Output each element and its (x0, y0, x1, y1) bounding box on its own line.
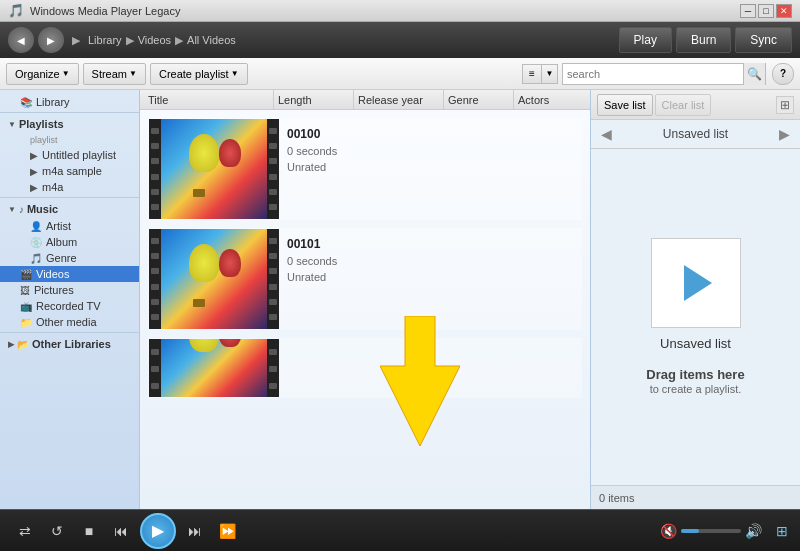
drag-hint: Drag items here to create a playlist. (646, 367, 744, 396)
sidebar-item-recorded-tv[interactable]: 📺 Recorded TV (0, 298, 139, 314)
content-area: Title Length Release year Genre Actors (140, 90, 590, 509)
sidebar-item-playlists-sub[interactable]: playlist (0, 133, 139, 147)
right-panel-nav: ◀ Unsaved list ▶ (591, 120, 800, 149)
view-options-arrow[interactable]: ▼ (542, 64, 558, 84)
film-image-2 (161, 229, 267, 329)
volume-slider[interactable] (681, 529, 741, 533)
sidebar-item-other-media[interactable]: 📁 Other media (0, 314, 139, 330)
film-strip-3 (149, 339, 279, 398)
library-icon: 📚 (20, 97, 32, 108)
film-strip-1 (149, 119, 279, 219)
breadcrumb-videos[interactable]: Videos (138, 34, 171, 46)
play-tab-button[interactable]: Play (619, 27, 672, 53)
breadcrumb-all-videos[interactable]: All Videos (187, 34, 236, 46)
sidebar-item-artist[interactable]: 👤 Artist (0, 218, 139, 234)
media-item-2[interactable]: 00101 0 seconds Unrated (148, 228, 582, 330)
search-input[interactable] (563, 64, 743, 84)
search-button[interactable]: 🔍 (743, 63, 765, 85)
media-rating-1: Unrated (287, 161, 337, 173)
media-duration-2: 0 seconds (287, 255, 337, 267)
sidebar-item-album[interactable]: 💿 Album (0, 234, 139, 250)
media-rating-2: Unrated (287, 271, 337, 283)
close-button[interactable]: ✕ (776, 4, 792, 18)
col-actors[interactable]: Actors (514, 90, 584, 109)
pictures-icon: 🖼 (20, 285, 30, 296)
sidebar-item-m4a[interactable]: ▶ m4a (0, 179, 139, 195)
organize-button[interactable]: Organize ▼ (6, 63, 79, 85)
videos-icon: 🎬 (20, 269, 32, 280)
sidebar-header-playlists[interactable]: ▼ Playlists (0, 115, 139, 133)
top-button-bar: ◀ ▶ ▶ Library ▶ Videos ▶ All Videos Play… (0, 22, 800, 58)
film-strip-2 (149, 229, 279, 329)
sidebar-item-library[interactable]: 📚 Library (0, 94, 139, 110)
create-playlist-button[interactable]: Create playlist ▼ (150, 63, 248, 85)
burn-tab-button[interactable]: Burn (676, 27, 731, 53)
mute-icon: 🔇 (660, 523, 677, 539)
play-triangle-icon (684, 265, 712, 301)
right-panel-back-button[interactable]: ◀ (597, 124, 616, 144)
media-list: 00100 0 seconds Unrated (140, 110, 590, 509)
genre-icon: 🎵 (30, 253, 42, 264)
m4a-sample-icon: ▶ (30, 166, 38, 177)
sidebar-item-videos[interactable]: 🎬 Videos (0, 266, 139, 282)
repeat-button[interactable]: ↺ (44, 518, 70, 544)
sync-tab-button[interactable]: Sync (735, 27, 792, 53)
prev-button[interactable]: ⏮ (108, 518, 134, 544)
col-genre[interactable]: Genre (444, 90, 514, 109)
sidebar: 📚 Library ▼ Playlists playlist ▶ Untitle… (0, 90, 140, 509)
volume-up-icon: 🔊 (745, 523, 762, 539)
items-count: 0 items (599, 492, 634, 504)
artist-icon: 👤 (30, 221, 42, 232)
other-libraries-icon: 📂 (17, 339, 29, 350)
stream-arrow-icon: ▼ (129, 69, 137, 78)
sidebar-item-genre[interactable]: 🎵 Genre (0, 250, 139, 266)
save-list-button[interactable]: Save list (597, 94, 653, 116)
drag-hint-sub: to create a playlist. (650, 383, 742, 395)
unsaved-list-label: Unsaved list (660, 336, 731, 351)
volume-area: 🔇 🔊 (660, 523, 762, 539)
play-button[interactable]: ▶ (140, 513, 176, 549)
balloon-image-2 (184, 239, 244, 319)
sidebar-item-m4a-sample[interactable]: ▶ m4a sample (0, 163, 139, 179)
main-area: 📚 Library ▼ Playlists playlist ▶ Untitle… (0, 90, 800, 509)
sidebar-header-other-libraries[interactable]: ▶ 📂 Other Libraries (0, 335, 139, 353)
media-item-1[interactable]: 00100 0 seconds Unrated (148, 118, 582, 220)
col-release-year[interactable]: Release year (354, 90, 444, 109)
view-options-button[interactable]: ≡ (522, 64, 542, 84)
media-info-2: 00101 0 seconds Unrated (279, 229, 345, 329)
sidebar-item-untitled-playlist[interactable]: ▶ Untitled playlist (0, 147, 139, 163)
shuffle-button[interactable]: ⇄ (12, 518, 38, 544)
clear-list-button[interactable]: Clear list (655, 94, 712, 116)
sidebar-header-music[interactable]: ▼ ♪ Music (0, 200, 139, 218)
media-title-2: 00101 (287, 237, 337, 251)
recorded-tv-icon: 📺 (20, 301, 32, 312)
sidebar-item-pictures[interactable]: 🖼 Pictures (0, 282, 139, 298)
stop-button[interactable]: ■ (76, 518, 102, 544)
back-button[interactable]: ◀ (8, 27, 34, 53)
forward-button[interactable]: ▶ (38, 27, 64, 53)
film-perfs-right-1 (267, 119, 279, 219)
minimize-button[interactable]: ─ (740, 4, 756, 18)
fast-forward-button[interactable]: ⏩ (214, 518, 240, 544)
title-bar: 🎵 Windows Media Player Legacy ─ □ ✕ (0, 0, 800, 22)
help-button[interactable]: ? (772, 63, 794, 85)
unsaved-card (651, 238, 741, 328)
media-item-3[interactable] (148, 338, 582, 398)
untitled-playlist-icon: ▶ (30, 150, 38, 161)
grid-view-icon[interactable]: ⊞ (776, 523, 788, 539)
right-panel-body: Unsaved list Drag items here to create a… (591, 149, 800, 485)
breadcrumb-library[interactable]: Library (88, 34, 122, 46)
window-title: Windows Media Player Legacy (30, 5, 740, 17)
right-panel-header: Save list Clear list ⊞ (591, 90, 800, 120)
col-title[interactable]: Title (144, 90, 274, 109)
col-length[interactable]: Length (274, 90, 354, 109)
playback-bar: ⇄ ↺ ■ ⏮ ▶ ⏭ ⏩ 🔇 🔊 ⊞ (0, 509, 800, 551)
maximize-button[interactable]: □ (758, 4, 774, 18)
search-wrapper: 🔍 (562, 63, 766, 85)
right-panel-expand-icon[interactable]: ⊞ (776, 96, 794, 114)
volume-fill (681, 529, 699, 533)
stream-button[interactable]: Stream ▼ (83, 63, 146, 85)
right-panel-title: Unsaved list (616, 127, 775, 141)
next-button[interactable]: ⏭ (182, 518, 208, 544)
right-panel-forward-button[interactable]: ▶ (775, 124, 794, 144)
